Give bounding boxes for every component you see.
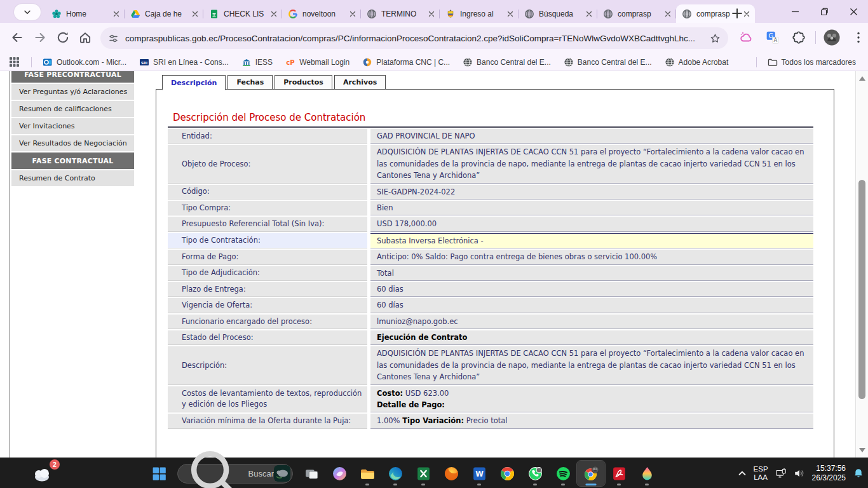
- browser-tab[interactable]: comprasp: [597, 4, 676, 23]
- taskbar-firefox-button[interactable]: [437, 461, 465, 486]
- tab-close-icon[interactable]: [269, 9, 279, 19]
- taskbar-explorer-button[interactable]: [353, 461, 381, 486]
- extensions-puzzle-icon[interactable]: [792, 30, 806, 44]
- address-bar[interactable]: compraspublicas.gob.ec/ProcesoContrataci…: [100, 27, 728, 49]
- site-info-icon[interactable]: [108, 33, 119, 44]
- row-label: Forma de Pago:: [168, 250, 367, 264]
- translate-icon[interactable]: GA: [766, 30, 780, 44]
- tab-title: Home: [66, 10, 109, 18]
- tab-close-icon[interactable]: [426, 9, 437, 19]
- page-scrollbar[interactable]: [855, 71, 868, 458]
- bookmarks-divider: [756, 57, 757, 67]
- taskbar-whatsapp-button[interactable]: [521, 461, 549, 486]
- tab-descripción[interactable]: Descripción: [162, 75, 226, 90]
- new-tab-button[interactable]: [731, 7, 743, 20]
- taskbar-acrobat-button[interactable]: [605, 461, 633, 486]
- table-row: Estado del Proceso:Ejecución de Contrato: [168, 330, 813, 345]
- sidebar-item[interactable]: Ver Resultados de Negociación: [11, 135, 134, 151]
- taskbar-start-button[interactable]: [145, 461, 173, 486]
- sidebar-item[interactable]: Ver Invitaciones: [11, 118, 134, 134]
- bookmark-item[interactable]: Adobe Acrobat: [659, 55, 735, 69]
- bookmark-label: Outlook.com - Micr...: [57, 58, 126, 67]
- row-value-text: SIE-GADPN-2024-022: [377, 186, 807, 198]
- tab-close-icon[interactable]: [348, 9, 358, 19]
- bookmark-item[interactable]: Plataforma CNC | C...: [356, 55, 456, 69]
- taskbar-edge-button[interactable]: [381, 461, 409, 486]
- taskbar-taskview-button[interactable]: [297, 461, 325, 486]
- home-icon[interactable]: [78, 30, 92, 44]
- browser-tab[interactable]: Búsqueda: [519, 4, 597, 23]
- scrollbar-thumb[interactable]: [858, 180, 865, 399]
- bookmark-item[interactable]: SRISRI en Línea - Cons...: [133, 55, 234, 69]
- language-indicator[interactable]: ESP LAA: [754, 465, 768, 482]
- bookmark-item[interactable]: Banco Central del E...: [457, 55, 557, 69]
- tab-archivos[interactable]: Archivos: [334, 75, 386, 90]
- tab-close-icon[interactable]: [505, 9, 515, 19]
- tab-search-button[interactable]: [14, 4, 41, 20]
- tab-close-icon[interactable]: [663, 9, 673, 19]
- table-row: Funcionario encargado del proceso:lmunio…: [168, 315, 813, 329]
- ai-extension-icon[interactable]: [739, 30, 753, 44]
- tab-close-icon[interactable]: [111, 9, 121, 19]
- tab-close-icon[interactable]: [190, 9, 200, 19]
- taskbar-excel-button[interactable]: [409, 461, 437, 486]
- bookmark-item[interactable]: cPWebmail Login: [280, 55, 355, 69]
- svg-text:W: W: [475, 470, 484, 478]
- browser-tab[interactable]: Home: [46, 4, 125, 23]
- minimize-button[interactable]: [780, 0, 810, 23]
- forward-icon[interactable]: [33, 30, 47, 44]
- tab-close-icon[interactable]: [584, 9, 594, 19]
- all-bookmarks-button[interactable]: Todos los marcadores: [762, 55, 862, 69]
- taskbar-spotify-button[interactable]: [549, 461, 577, 486]
- running-indicator: [586, 484, 597, 485]
- network-icon[interactable]: [775, 468, 787, 479]
- row-value-segment: Tipo Variación:: [402, 416, 464, 425]
- volume-icon[interactable]: [794, 468, 805, 479]
- sidebar-item[interactable]: Resumen de Contrato: [11, 170, 134, 186]
- explorer-icon: [360, 466, 376, 482]
- browser-tab[interactable]: TERMINO: [361, 4, 440, 23]
- tab-productos[interactable]: Productos: [275, 75, 332, 90]
- tab-fechas[interactable]: Fechas: [227, 75, 273, 90]
- taskbar-word-button[interactable]: W: [465, 461, 493, 486]
- sidebar-item[interactable]: Ver Preguntas y/ó Aclaraciones: [11, 84, 134, 100]
- scroll-down-arrow[interactable]: [859, 448, 865, 452]
- notification-bell-icon[interactable]: [853, 468, 864, 479]
- sidebar-item[interactable]: Resumen de calificaciones: [11, 101, 134, 117]
- menu-kebab-icon[interactable]: [851, 30, 865, 44]
- row-value-text: Anticipo: 0% Saldo: Pago contra entrega …: [377, 251, 807, 262]
- restore-button[interactable]: [810, 0, 839, 23]
- taskbar-chrome-button[interactable]: [493, 461, 521, 486]
- browser-tab[interactable]: noveltoon: [282, 4, 361, 23]
- browser-tab[interactable]: Ingreso al: [440, 4, 519, 23]
- table-row: Objeto de Proceso:ADQUISICIÓN DE PLANTAS…: [168, 145, 813, 183]
- browser-tab[interactable]: Caja de he: [125, 4, 203, 23]
- bookmark-item[interactable]: Banco Central del E...: [558, 55, 658, 69]
- close-button[interactable]: [839, 0, 868, 23]
- bookmark-item[interactable]: Outlook.com - Micr...: [37, 55, 132, 69]
- bookmark-star-icon[interactable]: [710, 33, 721, 44]
- browser-tab[interactable]: CHECK LIS: [203, 4, 282, 23]
- bookmark-favicon-icon: [362, 57, 372, 67]
- row-value: ADQUISICIÓN DE PLANTAS INJERTAS DE CACAO…: [370, 145, 813, 183]
- taskbar-paint-drop-button[interactable]: [633, 461, 661, 486]
- apps-grid-icon[interactable]: [9, 57, 20, 67]
- running-indicator: [645, 484, 649, 485]
- taskbar-chrome-profile-button[interactable]: [577, 461, 605, 486]
- tab-title: Ingreso al: [460, 10, 503, 18]
- chevron-down-icon: [23, 8, 32, 17]
- taskbar-search-box[interactable]: Buscar: [177, 464, 293, 484]
- bookmark-label: Adobe Acrobat: [679, 58, 729, 67]
- tray-chevron-up-icon[interactable]: [738, 469, 747, 478]
- scroll-up-arrow[interactable]: [859, 76, 865, 81]
- bookmark-item[interactable]: IESS: [236, 55, 278, 69]
- widgets-weather-button[interactable]: 2: [32, 462, 61, 485]
- taskbar-copilot-button[interactable]: [325, 461, 353, 486]
- back-icon[interactable]: [10, 30, 24, 44]
- all-bookmarks-label: Todos los marcadores: [782, 58, 856, 67]
- row-value: Anticipo: 0% Saldo: Pago contra entrega …: [370, 250, 813, 264]
- reload-icon[interactable]: [56, 30, 70, 44]
- row-value: Subasta Inversa Electrónica -: [370, 233, 813, 248]
- clock[interactable]: 15:37:56 26/3/2025: [812, 464, 846, 483]
- profile-avatar[interactable]: [824, 29, 840, 46]
